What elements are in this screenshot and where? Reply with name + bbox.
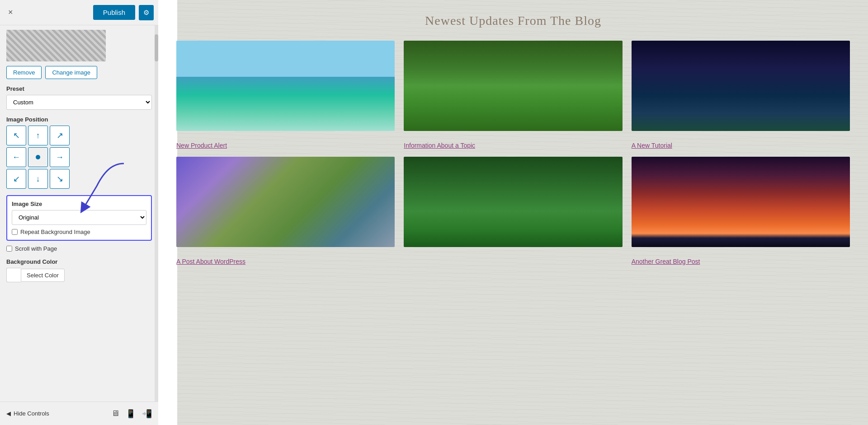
image-size-section: Image Size Original Cover Contain Auto R… [6, 195, 152, 241]
image-size-label: Image Size [12, 201, 146, 207]
blog-card-2 [404, 41, 622, 131]
link-another-post[interactable]: Another Great Blog Post [632, 258, 700, 265]
link-info-topic[interactable]: Information About a Topic [404, 142, 475, 149]
blog-card-5 [404, 157, 622, 247]
blog-card-4 [176, 157, 395, 247]
remove-button[interactable]: Remove [6, 66, 42, 79]
blog-links-row1: New Product Alert Information About a To… [176, 138, 850, 149]
blog-image-waterfall [176, 157, 395, 247]
image-action-row: Remove Change image [6, 66, 152, 79]
pos-bottom-left[interactable]: ↙ [6, 169, 26, 189]
pos-top-left[interactable]: ↖ [6, 126, 26, 145]
size-select[interactable]: Original Cover Contain Auto [12, 210, 146, 225]
scroll-with-page-row: Scroll with Page [6, 245, 152, 252]
select-color-button[interactable]: Select Color [21, 269, 65, 282]
link-new-tutorial[interactable]: A New Tutorial [632, 142, 672, 149]
blog-card-6 [632, 157, 850, 247]
repeat-bg-row: Repeat Background Image [12, 229, 146, 235]
link-new-product[interactable]: New Product Alert [176, 142, 227, 149]
blog-content: Newest Updates From The Blog New Product… [158, 0, 868, 286]
preset-select[interactable]: Custom Original Fill Fit Repeat Cover [6, 95, 152, 110]
panel-footer: ◀ Hide Controls 🖥 📱 📲 [0, 402, 158, 425]
panel-header: × Publish ⚙ [0, 0, 158, 25]
preset-label: Preset [6, 85, 152, 92]
bg-color-section: Background Color Select Color [6, 258, 152, 282]
device-icons: 🖥 📱 📲 [111, 409, 152, 419]
blog-grid-row1 [176, 41, 850, 131]
blog-image-forest1 [404, 41, 622, 131]
bg-color-label: Background Color [6, 258, 152, 265]
desktop-icon[interactable]: 🖥 [111, 409, 119, 419]
blog-image-night [632, 41, 850, 131]
repeat-bg-checkbox[interactable] [12, 229, 18, 235]
image-position-section: Image Position ↖ ↑ ↗ ← → ↙ ↓ ↘ [6, 116, 152, 189]
close-button[interactable]: × [5, 6, 17, 19]
panel-content: Remove Change image Preset Custom Origin… [0, 25, 158, 402]
blog-title: Newest Updates From The Blog [176, 14, 850, 28]
pos-middle-center[interactable] [28, 147, 48, 167]
image-position-label: Image Position [6, 116, 152, 123]
hide-controls-label: Hide Controls [14, 410, 49, 417]
scroll-page-label: Scroll with Page [15, 245, 57, 252]
blog-links-row2: A Post About WordPress Another Great Blo… [176, 254, 850, 266]
color-swatch[interactable] [6, 268, 21, 282]
mobile-icon[interactable]: 📲 [142, 409, 152, 419]
settings-button[interactable]: ⚙ [139, 5, 154, 20]
left-panel: × Publish ⚙ Remove Change image Preset C… [0, 0, 158, 425]
hide-controls-button[interactable]: ◀ Hide Controls [6, 410, 49, 417]
blog-image-forest2 [404, 157, 622, 247]
position-grid: ↖ ↑ ↗ ← → ↙ ↓ ↘ [6, 126, 152, 189]
repeat-bg-label: Repeat Background Image [20, 229, 90, 235]
blog-image-ocean [176, 41, 395, 131]
panel-scrollbar-thumb [155, 34, 158, 61]
pos-middle-right[interactable]: → [50, 147, 70, 167]
blog-card-1 [176, 41, 395, 131]
publish-button[interactable]: Publish [93, 5, 135, 20]
hide-controls-icon: ◀ [6, 410, 11, 417]
link-wordpress-post[interactable]: A Post About WordPress [176, 258, 245, 265]
blog-card-3 [632, 41, 850, 131]
scroll-page-checkbox[interactable] [6, 246, 12, 252]
blog-image-sunset [632, 157, 850, 247]
image-preview [6, 30, 106, 61]
pos-middle-left[interactable]: ← [6, 147, 26, 167]
panel-scrollbar[interactable] [155, 25, 158, 402]
color-picker-row: Select Color [6, 268, 152, 282]
blog-grid-row2 [176, 157, 850, 247]
change-image-button[interactable]: Change image [45, 66, 97, 79]
pos-top-right[interactable]: ↗ [50, 126, 70, 145]
pos-bottom-center[interactable]: ↓ [28, 169, 48, 189]
right-content: Newest Updates From The Blog New Product… [158, 0, 868, 425]
pos-top-center[interactable]: ↑ [28, 126, 48, 145]
pos-bottom-right[interactable]: ↘ [50, 169, 70, 189]
tablet-icon[interactable]: 📱 [126, 409, 136, 419]
